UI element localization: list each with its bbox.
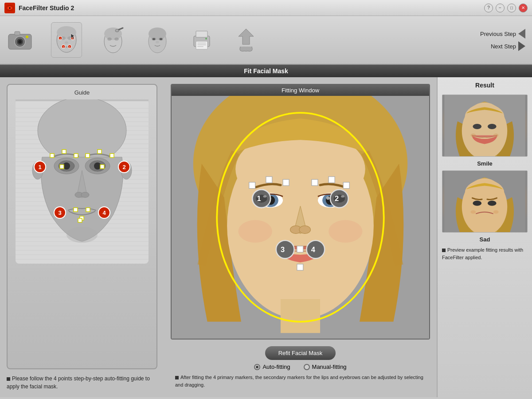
svg-rect-115 <box>281 299 320 333</box>
face-mask-icon <box>101 26 125 55</box>
auto-fitting-option[interactable]: Auto-fitting <box>254 363 290 370</box>
guide-title: Guide <box>74 89 90 96</box>
svg-rect-94 <box>86 154 90 158</box>
svg-point-89 <box>81 192 89 198</box>
center-panel: Fitting Window <box>164 77 437 397</box>
svg-point-126 <box>239 220 272 243</box>
svg-rect-97 <box>60 165 64 169</box>
auto-fitting-radio[interactable] <box>254 364 260 370</box>
close-button[interactable]: ✕ <box>519 4 528 12</box>
title-bar-left: FaceFilter Studio 2 <box>4 3 74 13</box>
svg-rect-131 <box>283 179 289 186</box>
app-icon <box>4 3 15 13</box>
svg-rect-136 <box>297 264 303 270</box>
svg-text:4: 4 <box>311 245 316 254</box>
svg-point-141 <box>263 195 267 198</box>
toolbar-face-mask[interactable] <box>100 24 126 55</box>
svg-point-33 <box>160 38 162 40</box>
manual-fitting-option[interactable]: Manual-fitting <box>304 363 347 370</box>
svg-text:3: 3 <box>281 245 285 254</box>
toolbar-export[interactable] <box>233 24 259 55</box>
fitting-controls: Refit Facial Mask Auto-fitting Manual-fi… <box>171 344 430 391</box>
help-button[interactable]: ? <box>484 4 493 12</box>
svg-rect-132 <box>312 179 318 186</box>
result-photo-smile <box>442 95 528 157</box>
toolbar-face-points[interactable]: 1 2 3 4 <box>51 22 82 58</box>
title-controls: ? − □ ✕ <box>484 4 528 12</box>
fitting-title: Fitting Window <box>172 85 429 96</box>
result-label-smile: Smile <box>442 160 528 167</box>
svg-rect-110 <box>78 218 82 222</box>
svg-point-127 <box>329 220 362 243</box>
toolbar: 1 2 3 4 <box>0 16 532 65</box>
svg-rect-98 <box>100 165 104 169</box>
svg-rect-39 <box>197 44 206 45</box>
toolbar-face-3d[interactable] <box>144 24 171 55</box>
left-panel: Guide <box>0 77 164 397</box>
svg-point-27 <box>115 29 119 32</box>
guide-box: Guide <box>7 84 157 369</box>
auto-fitting-label: Auto-fitting <box>262 363 290 370</box>
export-icon <box>234 27 258 53</box>
svg-text:2: 2 <box>335 194 339 203</box>
smile-photo-svg <box>442 95 527 156</box>
svg-text:1: 1 <box>38 164 41 170</box>
refit-button[interactable]: Refit Facial Mask <box>265 346 336 360</box>
guide-face-svg: 1 2 3 4 <box>16 99 149 264</box>
svg-rect-99 <box>74 208 78 212</box>
svg-text:1: 1 <box>257 194 261 203</box>
next-step-button[interactable]: Next Step <box>491 41 525 51</box>
manual-fitting-label: Manual-fitting <box>312 363 347 370</box>
svg-point-29 <box>149 28 166 40</box>
right-panel: Result Smile <box>437 77 532 397</box>
maximize-button[interactable]: □ <box>507 4 516 12</box>
fitting-image-area[interactable]: 1 2 3 4 <box>172 96 429 339</box>
svg-rect-135 <box>297 246 303 252</box>
toolbar-camera[interactable] <box>7 24 33 55</box>
svg-point-145 <box>341 195 344 198</box>
toolbar-nav: Previous Step Next Step <box>480 29 525 51</box>
svg-point-25 <box>114 37 119 40</box>
svg-rect-92 <box>62 150 66 154</box>
svg-rect-38 <box>197 43 206 43</box>
svg-point-90 <box>66 227 98 243</box>
toolbar-icons: 1 2 3 4 <box>7 22 480 58</box>
svg-rect-36 <box>196 31 207 37</box>
result-note: Preview example fitting results with Fac… <box>442 246 528 261</box>
guide-description: Please follow the 4 points step-by-step … <box>7 375 157 391</box>
svg-rect-157 <box>444 95 525 156</box>
svg-point-24 <box>107 37 112 40</box>
svg-point-2 <box>9 7 11 8</box>
main-content: Guide <box>0 77 532 397</box>
svg-rect-129 <box>249 182 255 189</box>
print-icon <box>189 29 214 51</box>
manual-fitting-radio[interactable] <box>304 364 310 370</box>
toolbar-print[interactable] <box>188 24 215 55</box>
previous-step-button[interactable]: Previous Step <box>480 29 525 39</box>
svg-rect-91 <box>50 154 54 158</box>
face-3d-icon <box>145 26 170 55</box>
svg-text:3: 3 <box>58 209 61 216</box>
app-title: FaceFilter Studio 2 <box>19 4 74 12</box>
svg-point-164 <box>493 210 499 214</box>
svg-rect-134 <box>343 182 349 189</box>
svg-point-32 <box>153 38 155 40</box>
svg-rect-133 <box>329 177 335 183</box>
svg-point-8 <box>26 36 28 38</box>
svg-rect-100 <box>86 208 90 212</box>
svg-point-162 <box>488 201 497 206</box>
svg-rect-130 <box>266 177 272 183</box>
title-bar: FaceFilter Studio 2 ? − □ ✕ <box>0 0 532 16</box>
previous-step-label: Previous Step <box>480 31 516 37</box>
svg-rect-7 <box>15 32 20 35</box>
svg-point-161 <box>473 201 481 206</box>
svg-point-6 <box>18 40 22 43</box>
guide-face-area: 1 2 3 4 <box>16 99 149 259</box>
fitting-note: After fitting the 4 primary markers, the… <box>171 374 430 388</box>
svg-point-125 <box>299 226 310 234</box>
result-photo-sad <box>442 170 528 233</box>
svg-text:4: 4 <box>102 209 106 216</box>
minimize-button[interactable]: − <box>496 4 505 12</box>
svg-rect-95 <box>98 150 102 154</box>
face-points-icon: 1 2 3 4 <box>54 26 79 55</box>
